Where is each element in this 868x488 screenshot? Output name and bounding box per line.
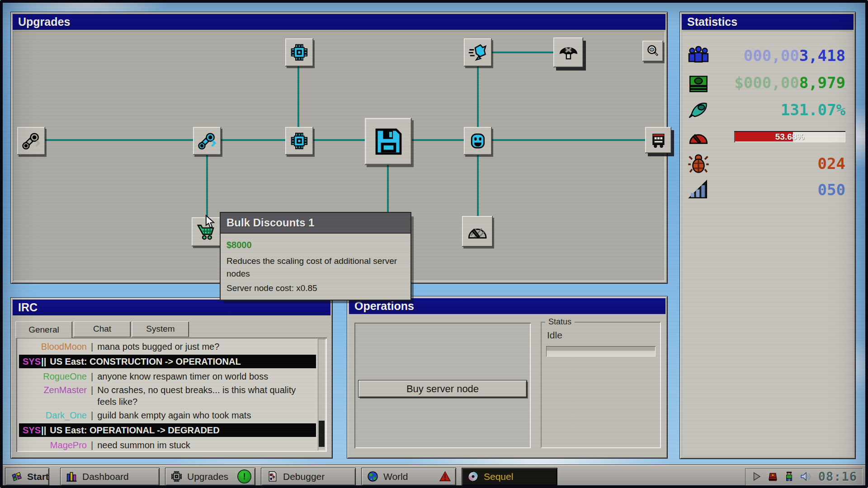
upgrade-node-tools[interactable] — [193, 127, 221, 155]
chat-message: Dark_One|guild bank empty again who took… — [19, 408, 316, 422]
magnifier-icon — [645, 43, 660, 59]
taskbar: Start DashboardUpgrades!DebuggerWorldSeq… — [0, 465, 868, 488]
train-icon — [649, 131, 668, 150]
cd-icon — [467, 470, 480, 483]
irc-tabs: General Chat System — [15, 321, 190, 338]
status-group: Status Idle — [541, 322, 661, 448]
taskbar-button-label: Upgrades — [187, 471, 234, 482]
globe-icon — [366, 470, 379, 483]
chat-scrollbar-thumb[interactable] — [319, 421, 325, 447]
upgrade-node-zoom[interactable] — [642, 41, 663, 61]
books-icon — [65, 470, 78, 483]
stat-progressbar-load: 53.68% — [734, 131, 845, 142]
upgrade-tree: Bulk Discounts 1 $8000 Reduces the scali… — [13, 31, 665, 281]
upgrade-node-throughput[interactable] — [462, 216, 493, 247]
stat-value-bugs: 024 — [710, 155, 851, 173]
chat-text: anyone know respawn timer on world boss — [97, 371, 316, 382]
start-logo-icon — [10, 470, 23, 483]
tooltip-price: $8000 — [226, 240, 405, 250]
taskbar-button-dashboard[interactable]: Dashboard — [61, 468, 159, 485]
tooltip-description: Reduces the scaling cost of additional s… — [226, 255, 397, 280]
upgrade-node-cpu-top[interactable] — [285, 38, 313, 66]
chat-text: need summon im stuck — [97, 439, 316, 451]
upgrade-node-tools-locked[interactable] — [17, 127, 45, 155]
status-progressbar — [546, 346, 656, 357]
taskbar-button-sequel[interactable]: Sequel — [462, 468, 557, 485]
comet-icon — [687, 99, 710, 121]
taskbar-button-label: Debugger — [283, 471, 351, 482]
stat-value-money: $000,008,979 — [710, 74, 851, 92]
operations-title: Operations — [354, 300, 414, 313]
taskbar-button-label: Dashboard — [82, 471, 155, 482]
chat-message: ZenMaster|No crashes, no quest breaks...… — [19, 383, 316, 408]
irc-title: IRC — [18, 301, 38, 314]
upgrades-titlebar[interactable]: Upgrades — [13, 14, 665, 30]
money-icon — [687, 71, 710, 94]
gauge-red-icon — [687, 126, 710, 148]
taskbar-button-label: World — [383, 471, 435, 482]
signal-bars-icon — [687, 178, 710, 201]
status-group-label: Status — [545, 317, 575, 327]
status-value: Idle — [547, 330, 562, 341]
chat-nick: BloodMoon — [19, 341, 87, 352]
irc-window: IRC General Chat System BloodMoon|mana p… — [11, 298, 332, 458]
taskbar-clock: 08:16 — [818, 469, 857, 483]
stat-row-load: 53.68% — [684, 125, 851, 149]
irc-titlebar[interactable]: IRC — [13, 300, 330, 315]
chat-scrollbar[interactable] — [318, 339, 326, 450]
start-button[interactable]: Start — [5, 468, 49, 485]
microchip-icon — [289, 42, 310, 63]
chip-gray-icon — [170, 470, 183, 483]
tree-connection — [477, 155, 479, 217]
chat-message: MagePro|need summon im stuck — [19, 438, 316, 452]
chat-nick: RogueOne — [19, 371, 87, 382]
smiley-icon — [467, 131, 488, 151]
tooltip-title: Bulk Discounts 1 — [221, 213, 410, 234]
chat-system-message: SYS||US East: OPERATIONAL -> DEGRADED — [19, 423, 316, 437]
debug-doc-icon — [266, 470, 279, 483]
chat-nick: ZenMaster — [19, 384, 87, 408]
tab-chat[interactable]: Chat — [74, 321, 131, 337]
taskbar-button-debugger[interactable]: Debugger — [261, 468, 355, 485]
warning-icon — [439, 470, 451, 483]
tree-connection — [31, 139, 660, 141]
chat-nick: Dark_One — [19, 409, 87, 421]
tree-connection — [492, 52, 554, 53]
wrench-gear-gray-icon — [21, 131, 42, 151]
sprite-icon[interactable] — [783, 470, 795, 483]
chat-log: BloodMoon|mana pots bugged or just me?SY… — [19, 340, 316, 452]
chat-area: BloodMoon|mana pots bugged or just me?SY… — [16, 338, 327, 452]
mushroom-icon — [557, 42, 580, 64]
rocket-icon — [467, 42, 488, 63]
stat-value-rate: 131.07% — [710, 101, 851, 119]
speaker-icon[interactable] — [799, 470, 811, 483]
upgrade-node-cpu-mid[interactable] — [285, 127, 313, 155]
operations-panel: Buy server node — [354, 323, 531, 448]
wrench-gear-icon — [197, 131, 217, 151]
stat-row-signal: 050 — [684, 178, 851, 202]
stat-value-signal: 050 — [710, 181, 851, 199]
upgrade-node-transport[interactable] — [645, 127, 671, 153]
notification-badge: ! — [238, 470, 250, 483]
taskbar-buttons: DashboardUpgrades!DebuggerWorldSequel — [61, 468, 557, 485]
fez-icon[interactable] — [767, 470, 779, 483]
chat-nick: MagePro — [19, 439, 87, 451]
stat-value-users: 000,003,418 — [710, 47, 851, 65]
statistics-title: Statistics — [687, 15, 737, 28]
tab-system[interactable]: System — [132, 321, 189, 337]
taskbar-button-upgrades[interactable]: Upgrades! — [165, 468, 255, 485]
taskbar-button-world[interactable]: World — [362, 468, 456, 485]
statistics-titlebar[interactable]: Statistics — [682, 14, 854, 30]
upgrade-node-speed[interactable] — [464, 38, 492, 66]
upgrade-node-morale[interactable] — [464, 127, 492, 155]
upgrade-node-storage[interactable] — [365, 118, 412, 165]
buy-server-node-button[interactable]: Buy server node — [359, 380, 527, 397]
upgrade-node-hazard[interactable] — [553, 38, 583, 67]
operations-titlebar[interactable]: Operations — [349, 298, 665, 314]
microchip-icon — [289, 131, 310, 151]
tab-general[interactable]: General — [15, 321, 72, 338]
play-icon[interactable] — [750, 470, 763, 483]
tooltip-effect: Server node cost: x0.85 — [226, 283, 405, 293]
stat-row-users: 000,003,418 — [684, 43, 851, 68]
chat-message: BloodMoon|mana pots bugged or just me? — [19, 340, 316, 353]
